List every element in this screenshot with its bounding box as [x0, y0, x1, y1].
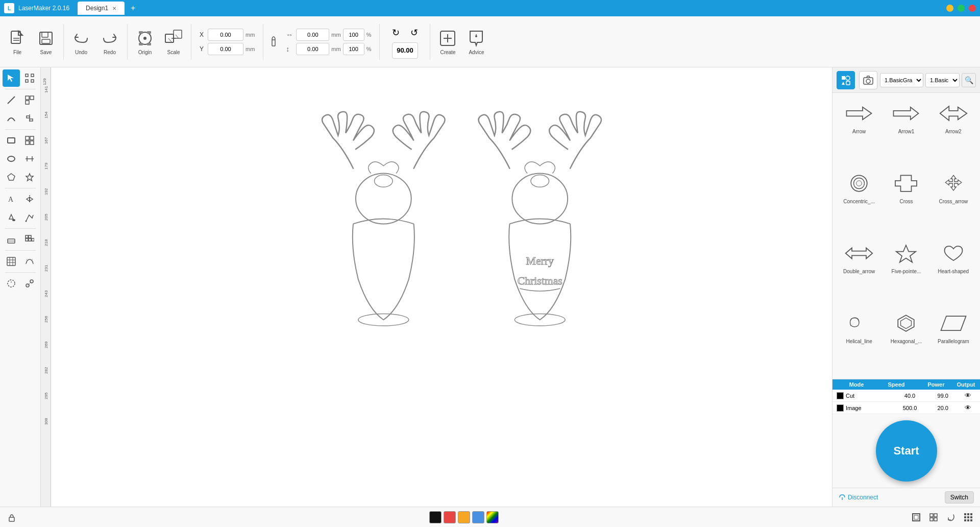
- design-canvas[interactable]: Merry Christmas: [51, 67, 832, 507]
- w-pct-input[interactable]: [343, 29, 364, 41]
- line-tool[interactable]: [3, 91, 20, 109]
- color-black[interactable]: [429, 511, 442, 523]
- h-input[interactable]: [296, 43, 329, 55]
- svg-rect-8: [139, 31, 143, 34]
- color-red[interactable]: [444, 511, 456, 523]
- tool-row-7: A: [3, 190, 38, 208]
- text-tool[interactable]: A: [3, 190, 20, 208]
- color-gradient[interactable]: [486, 511, 499, 523]
- eraser-tool[interactable]: [3, 231, 20, 248]
- svg-rect-11: [147, 43, 151, 45]
- shape-helical[interactable]: Helical_line: [837, 307, 881, 375]
- curve-tool[interactable]: [3, 110, 20, 127]
- path-tool[interactable]: [21, 209, 38, 226]
- shape-arrow1[interactable]: Arrow1: [884, 97, 928, 165]
- search-shapes-button[interactable]: 🔍: [962, 73, 976, 87]
- layer-cut-row[interactable]: Cut 40.0 99.0 👁: [832, 390, 980, 402]
- tool-row-5: [3, 150, 38, 167]
- cut-tool[interactable]: [21, 91, 38, 109]
- advice-button[interactable]: Advice: [463, 26, 489, 57]
- svg-text:308: 308: [44, 418, 48, 425]
- layers-panel: Mode Speed Power Output Cut 40.0 99.0 👁 …: [832, 379, 980, 414]
- select-all-tool[interactable]: [926, 510, 941, 525]
- cut-output[interactable]: 👁: [961, 392, 976, 399]
- w-input[interactable]: [296, 29, 329, 41]
- scatter-tool[interactable]: [21, 275, 38, 292]
- svg-point-104: [531, 175, 549, 187]
- scale-icon: [163, 28, 184, 49]
- undo-button[interactable]: Undo: [68, 26, 94, 57]
- maximize-button[interactable]: [958, 5, 965, 12]
- align-tool[interactable]: [21, 110, 38, 127]
- rect-tool[interactable]: [3, 132, 20, 149]
- switch-button[interactable]: Switch: [945, 491, 974, 504]
- origin-button[interactable]: Origin: [132, 26, 158, 57]
- grid-view-tool[interactable]: [961, 510, 976, 525]
- disconnect-button[interactable]: Disconnect: [839, 494, 878, 501]
- loading-tool[interactable]: [3, 275, 20, 292]
- close-button[interactable]: [969, 5, 976, 12]
- svg-rect-53: [26, 238, 28, 241]
- file-button[interactable]: File: [4, 26, 31, 57]
- color-blue[interactable]: [472, 511, 484, 523]
- shape-parallelogram[interactable]: Parallelogram: [931, 307, 976, 375]
- shape-cross[interactable]: Cross: [884, 167, 928, 235]
- svg-rect-33: [26, 136, 29, 140]
- save-button[interactable]: Save: [33, 26, 59, 57]
- fill-tool[interactable]: [3, 209, 20, 226]
- image-output[interactable]: 👁: [961, 404, 976, 412]
- add-tab-button[interactable]: +: [131, 4, 135, 13]
- minimize-button[interactable]: [946, 5, 953, 12]
- shape-cross-arrow[interactable]: Cross_arrow: [931, 167, 976, 235]
- svg-rect-21: [26, 74, 28, 77]
- lock-scale-icon[interactable]: [267, 32, 280, 52]
- frame-tool[interactable]: [909, 510, 924, 525]
- node-tool[interactable]: [21, 69, 38, 87]
- layer-image-row[interactable]: Image 500.0 20.0 👁: [832, 402, 980, 414]
- svg-rect-9: [147, 31, 151, 34]
- array-tool[interactable]: [21, 231, 38, 248]
- ellipse-tool[interactable]: [3, 150, 20, 167]
- y-input[interactable]: [208, 43, 243, 55]
- start-button[interactable]: Start: [876, 420, 937, 482]
- tool-row-4: [3, 132, 38, 149]
- bezier-tool[interactable]: [21, 253, 38, 270]
- scale-button[interactable]: Scale: [160, 26, 187, 57]
- shape-double-arrow[interactable]: Double_arrow: [837, 237, 881, 305]
- toolbar-sep-3: [191, 24, 191, 60]
- layers-header: Mode Speed Power Output: [832, 379, 980, 390]
- camera-tab[interactable]: [859, 71, 877, 89]
- polygon-tool[interactable]: [3, 169, 20, 186]
- x-input[interactable]: [208, 29, 243, 41]
- category-dropdown-1[interactable]: 1.BasicGra: [880, 73, 923, 87]
- shape-concentric[interactable]: Concentric_...: [837, 167, 881, 235]
- shape-heart[interactable]: Heart-shaped: [931, 237, 976, 305]
- shape-arrow[interactable]: Arrow: [837, 97, 881, 165]
- refresh-tool[interactable]: [943, 510, 959, 525]
- svg-text:Merry: Merry: [526, 255, 554, 267]
- shapes-tab[interactable]: [837, 71, 855, 89]
- close-tab-icon[interactable]: ✕: [112, 6, 116, 11]
- category-dropdown-2[interactable]: 1.Basic: [925, 73, 960, 87]
- h-pct-input[interactable]: [343, 43, 364, 55]
- select-tool[interactable]: [3, 69, 20, 87]
- grid-tool[interactable]: [21, 132, 38, 149]
- rotate-ccw-button[interactable]: ↺: [406, 25, 422, 40]
- create-button[interactable]: Create: [434, 26, 461, 57]
- shape-arrow2[interactable]: Arrow2: [931, 97, 976, 165]
- design-tab[interactable]: Design1 ✕: [78, 2, 125, 15]
- align2-tool[interactable]: [21, 150, 38, 167]
- save-icon: [36, 28, 56, 49]
- redo-button[interactable]: Redo: [96, 26, 123, 57]
- lock-icon[interactable]: [4, 510, 19, 525]
- table-tool[interactable]: [3, 253, 20, 270]
- image-visibility-icon[interactable]: 👁: [965, 404, 971, 412]
- color-orange[interactable]: [458, 511, 470, 523]
- shape-hexagonal[interactable]: Hexagonal_...: [884, 307, 928, 375]
- star-tool[interactable]: [21, 169, 38, 186]
- right-panel: 1.BasicGra 1.Basic 🔍 Arrow: [832, 67, 980, 507]
- cut-visibility-icon[interactable]: 👁: [965, 392, 971, 399]
- rotate-cw-button[interactable]: ↻: [388, 25, 403, 40]
- shape-five-pointed[interactable]: Five-pointe...: [884, 237, 928, 305]
- mirror-tool[interactable]: [21, 190, 38, 208]
